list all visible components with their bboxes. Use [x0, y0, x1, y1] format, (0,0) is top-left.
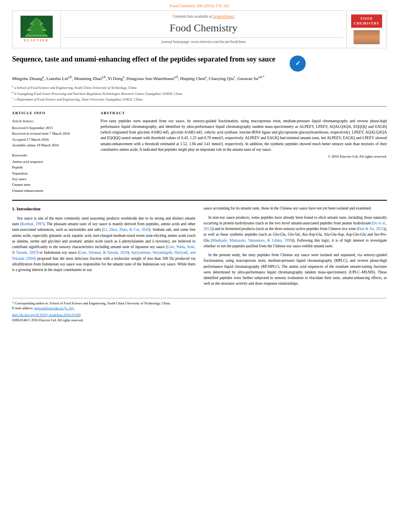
- copyright-line: © 2016 Elsevier Ltd. All rights reserved…: [101, 154, 387, 160]
- contents-line: Contents lists available at ScienceDirec…: [64, 14, 343, 19]
- keyword-2: Peptide: [12, 164, 93, 170]
- logo-box: FOOD CHEMISTRY: [351, 14, 382, 28]
- elsevier-label: ELSEVIER: [24, 38, 49, 43]
- footnote-section: * Corresponding author at: School of Foo…: [12, 298, 387, 323]
- body-columns: 1. Introduction Soy sauce is one of the …: [12, 205, 387, 290]
- intro-para-1: Soy sauce is one of the most commonly us…: [12, 216, 195, 273]
- crossmark-icon: ✓: [290, 56, 305, 71]
- doi-line: http://dx.doi.org/10.1016/j.foodchem.201…: [12, 312, 387, 318]
- keywords-section: Keywords: Amino acid sequence Peptide Se…: [12, 152, 93, 194]
- affiliations-block: a a School of Food Science and Engineeri…: [12, 84, 387, 102]
- maehashi-ref[interactable]: Maehashi, Matsuzaki, Yamamoto, & Udaka, …: [212, 238, 292, 242]
- corresponding-footnote: * Corresponding author at: School of Foo…: [12, 301, 387, 306]
- homepage-line: journal homepage: www.elsevier.com/locat…: [64, 37, 343, 45]
- food-chemistry-logo: FOOD CHEMISTRY: [346, 11, 387, 47]
- doi-link[interactable]: http://dx.doi.org/10.1016/j.foodchem.201…: [12, 313, 81, 317]
- abstract-column: ABSTRACT Five tasty peptides were separa…: [101, 111, 387, 193]
- sciencedirect-link[interactable]: ScienceDirect: [213, 14, 234, 18]
- keyword-6: Umami-enhancement: [12, 188, 93, 193]
- logo-image: [354, 30, 380, 44]
- affil-a: a a School of Food Science and Engineeri…: [12, 84, 387, 90]
- article-info-label: ARTICLE INFO: [12, 111, 93, 116]
- body-section: 1. Introduction Soy sauce is one of the …: [12, 200, 387, 322]
- affil-b: b b Guangdong Food Green Processing and …: [12, 90, 387, 97]
- issn-line: 0308-8146/© 2016 Elsevier Ltd. All right…: [12, 318, 387, 323]
- intro-para-2: sauce accounting for its umami taste, th…: [204, 205, 387, 211]
- affil-c: c c Department of Food Science and Engin…: [12, 96, 387, 102]
- intro-para-4: In the present study, the tasty peptides…: [204, 252, 387, 287]
- keyword-1: Amino acid sequence: [12, 159, 93, 164]
- accepted-date: Accepted 17 March 2016: [12, 137, 93, 142]
- intro-heading: 1. Introduction: [12, 205, 195, 212]
- received-revised-date: Received in revised form 7 March 2016: [12, 131, 93, 136]
- email-footnote: E-mail address: fegwsu@scut.edu.cn (G. S…: [12, 306, 387, 311]
- authors-line: Mingzhu Zhuanga, Lianzhu Lina,b, Mouming…: [12, 75, 387, 82]
- abstract-text: Five tasty peptides were separated from …: [101, 118, 387, 160]
- email-link[interactable]: fegwsu@scut.edu.cn (G. Su).: [34, 306, 74, 310]
- article-title: Sequence, taste and umami-enhancing effe…: [12, 55, 286, 64]
- intro-para-3: In non-soy sauce products, some peptides…: [204, 215, 387, 249]
- keyword-4: Soy sauce: [12, 176, 93, 182]
- svg-text:✓: ✓: [295, 60, 300, 67]
- info-abstract-row: ARTICLE INFO Article history: Received 6…: [12, 106, 387, 193]
- article-info-column: ARTICLE INFO Article history: Received 6…: [12, 111, 93, 193]
- han2011-ref[interactable]: Han & Xu, 2011: [358, 227, 383, 231]
- journal-header: ELSEVIER Contents lists available at Sci…: [12, 10, 387, 48]
- elsevier-tree-icon: [21, 16, 53, 38]
- body-left-col: 1. Introduction Soy sauce is one of the …: [12, 205, 195, 290]
- journal-reference: Food Chemistry 206 (2016) 174–181: [0, 0, 399, 10]
- body-right-col: sauce accounting for its umami taste, th…: [204, 205, 387, 290]
- journal-ref-text: Food Chemistry 206 (2016) 174–181: [170, 4, 230, 8]
- available-date: Available online 18 March 2016: [12, 142, 93, 148]
- abstract-label: ABSTRACT: [101, 111, 387, 116]
- keyword-3: Separation: [12, 170, 93, 176]
- received-date: Received 6 September 2015: [12, 125, 93, 131]
- journal-title: Food Chemistry: [64, 21, 343, 35]
- article-history: Article history: Received 6 September 20…: [12, 118, 93, 148]
- journal-center: Contents lists available at ScienceDirec…: [61, 11, 346, 48]
- article-container: Sequence, taste and umami-enhancing effe…: [12, 48, 387, 323]
- crossmark-badge: ✓: [290, 55, 306, 72]
- li2010-ref[interactable]: Li, Zhao, Zhao, & Cui, 2010: [104, 228, 149, 232]
- keshun-ref[interactable]: Keshun, 1997: [22, 222, 43, 226]
- title-row: Sequence, taste and umami-enhancing effe…: [12, 55, 387, 72]
- elsevier-logo: ELSEVIER: [12, 12, 61, 47]
- lioe2010-ref[interactable]: Lioe, Selamat, & Yasuda, 2010: [79, 251, 128, 255]
- keyword-5: Umami taste: [12, 182, 93, 187]
